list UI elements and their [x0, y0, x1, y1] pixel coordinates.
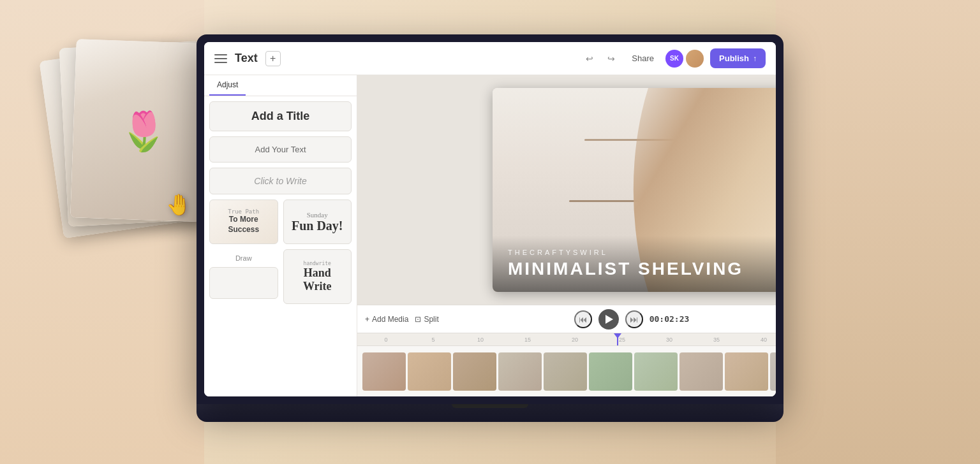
avatar-group: SK [665, 50, 704, 68]
timeline-thumb-8[interactable] [679, 352, 723, 391]
timeline-thumb-4[interactable] [498, 352, 542, 391]
cursor-hand-icon: 🤚 [166, 192, 191, 217]
skip-back-button[interactable]: ⏮ [574, 310, 592, 328]
add-text-option[interactable]: Add Your Text [209, 136, 352, 163]
left-panel: Adjust Add a Title Add Your Text Click t… [204, 75, 357, 396]
add-media-label: Add Media [372, 315, 408, 324]
skip-forward-icon: ⏭ [630, 314, 639, 324]
tab-adjust[interactable]: Adjust [209, 75, 246, 96]
app-header: Text + ↩ ↪ Share SK Publish ↑ [204, 42, 776, 75]
ruler-mark-25: 25 [598, 337, 646, 343]
skip-forward-button[interactable]: ⏭ [625, 310, 643, 328]
playhead-indicator[interactable] [617, 333, 618, 345]
add-media-button[interactable]: + Add Media [365, 315, 408, 324]
timeline-thumb-9[interactable] [725, 352, 768, 391]
image-stack: 🌷 🤚 [38, 38, 217, 293]
brand-name-text: THECRAFTYSWIRL [508, 249, 776, 256]
hamburger-menu-icon[interactable] [214, 54, 227, 63]
ruler-mark-0: 0 [362, 337, 410, 343]
promo-text: To More Success [215, 215, 272, 235]
panel-title: Text [235, 52, 258, 65]
panel-tabs: Adjust [204, 75, 357, 96]
timeline-thumb-3[interactable] [453, 352, 496, 391]
timeline-thumb-10[interactable] [770, 352, 776, 391]
playhead-arrow [614, 333, 621, 338]
canvas-area: THECRAFTYSWIRL MINIMALIST SHELVING + Add… [357, 75, 776, 396]
ruler-marks-container: 0 5 10 15 20 25 30 35 40 45 50 [362, 337, 776, 343]
avatar-photo [686, 50, 704, 68]
app-body: Adjust Add a Title Add Your Text Click t… [204, 75, 776, 396]
draw-empty-card [209, 267, 278, 299]
undo-redo-group: ↩ ↪ [581, 50, 620, 68]
header-left: Text + [214, 51, 573, 66]
stack-img-inner-3: 🌷 [70, 39, 217, 222]
font-cards-grid: True Path To More Success Sunday Fun Day… [209, 199, 352, 244]
share-button[interactable]: Share [627, 51, 659, 66]
video-overlay: THECRAFTYSWIRL MINIMALIST SHELVING [493, 236, 776, 292]
timeline-ruler: 0 5 10 15 20 25 30 35 40 45 50 [357, 333, 776, 346]
font-card-funday[interactable]: Sunday Fun Day! [283, 199, 352, 244]
ruler-mark-35: 35 [693, 337, 740, 343]
draw-section: Draw [209, 249, 278, 304]
ruler-mark-5: 5 [410, 337, 457, 343]
timecode-display: 00:02:23 [650, 314, 690, 324]
draw-label: Draw [209, 254, 278, 262]
timeline-thumb-7[interactable] [634, 352, 678, 391]
publish-label: Publish [719, 54, 749, 63]
ruler-mark-40: 40 [740, 337, 776, 343]
ruler-mark-30: 30 [646, 337, 693, 343]
main-title-text: MINIMALIST SHELVING [508, 259, 776, 279]
split-icon: ⊡ [415, 315, 421, 324]
ruler-mark-20: 20 [551, 337, 598, 343]
add-text-button[interactable]: + [265, 51, 281, 66]
split-button[interactable]: ⊡ Split [415, 315, 438, 324]
avatar-sk: SK [665, 50, 683, 68]
add-title-option[interactable]: Add a Title [209, 101, 352, 131]
hamburger-line-3 [214, 62, 227, 63]
publish-button[interactable]: Publish ↑ [710, 48, 766, 68]
video-thumbnail: THECRAFTYSWIRL MINIMALIST SHELVING [493, 88, 776, 292]
bg-right-panel [776, 0, 980, 464]
funday-label: Fun Day! [292, 219, 343, 233]
video-controls-bar: + Add Media ⊡ Split ⏮ [357, 305, 776, 333]
timeline-strip[interactable]: + [357, 346, 776, 396]
laptop-base [197, 404, 783, 422]
click-to-write-option[interactable]: Click to Write [209, 168, 352, 194]
add-media-plus-icon: + [365, 315, 369, 324]
handwrite-text: Hand Write [289, 266, 346, 293]
laptop-device: Text + ↩ ↪ Share SK Publish ↑ [197, 34, 783, 430]
ruler-mark-15: 15 [504, 337, 551, 343]
publish-upload-icon: ↑ [753, 54, 757, 63]
timeline: 0 5 10 15 20 25 30 35 40 45 50 [357, 333, 776, 396]
handwrite-sublabel: handwrite [304, 261, 331, 266]
font-card-handwrite[interactable]: handwrite Hand Write [283, 249, 352, 304]
timeline-thumb-2[interactable] [408, 352, 451, 391]
hamburger-line-2 [214, 58, 227, 59]
funday-sublabel: Sunday [307, 211, 328, 219]
panel-content: Add a Title Add Your Text Click to Write… [204, 96, 357, 396]
play-triangle-icon [605, 315, 613, 324]
ruler-mark-10: 10 [457, 337, 504, 343]
hamburger-line-1 [214, 54, 227, 55]
timeline-thumb-1[interactable] [362, 352, 406, 391]
play-button[interactable] [598, 309, 619, 330]
font-card-promo[interactable]: True Path To More Success [209, 199, 278, 244]
stack-image-front: 🌷 [70, 39, 217, 222]
canvas-preview[interactable]: THECRAFTYSWIRL MINIMALIST SHELVING [357, 75, 776, 305]
timeline-thumb-6[interactable] [589, 352, 632, 391]
timeline-thumb-5[interactable] [544, 352, 587, 391]
header-right: ↩ ↪ Share SK Publish ↑ [581, 48, 766, 68]
font-cards-row2: Draw handwrite Hand Write [209, 249, 352, 304]
skip-back-icon: ⏮ [579, 314, 588, 324]
undo-button[interactable]: ↩ [581, 50, 598, 68]
laptop-frame: Text + ↩ ↪ Share SK Publish ↑ [197, 34, 783, 404]
promo-sublabel: True Path [228, 208, 259, 215]
redo-button[interactable]: ↪ [602, 50, 620, 68]
laptop-screen: Text + ↩ ↪ Share SK Publish ↑ [204, 42, 776, 396]
split-label: Split [424, 315, 438, 324]
